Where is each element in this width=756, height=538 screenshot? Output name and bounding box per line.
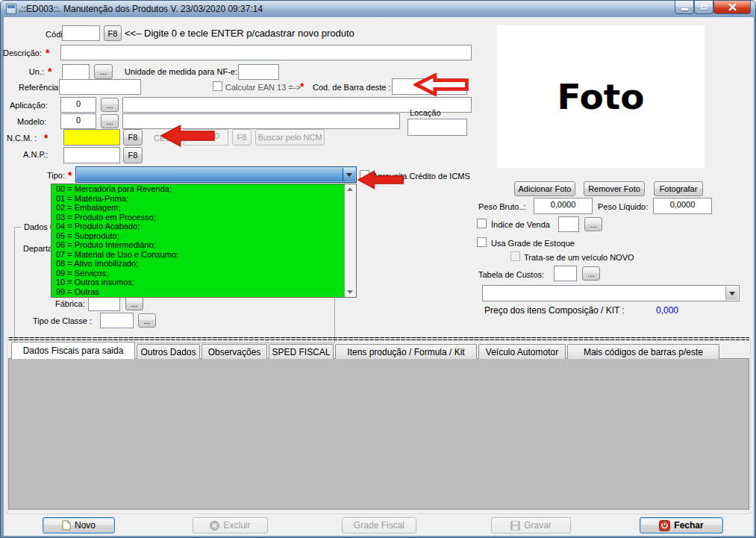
codigo-f8-button[interactable]: F8 bbox=[104, 25, 122, 41]
indice-venda-checkbox[interactable] bbox=[477, 219, 487, 228]
modelo-input[interactable]: 0 bbox=[60, 113, 96, 129]
anp-input[interactable] bbox=[63, 147, 120, 163]
fechar-button[interactable]: Fechar bbox=[640, 517, 723, 534]
novo-button[interactable]: Novo bbox=[43, 517, 115, 534]
maximize-icon bbox=[701, 4, 707, 10]
tab-veiculo-automotor[interactable]: Veículo Automotor bbox=[478, 344, 566, 359]
list-item[interactable]: 10 = Outros insumos; bbox=[51, 278, 356, 287]
tipo-dropdown[interactable] bbox=[75, 166, 357, 183]
indice-venda-label: Índice de Venda bbox=[491, 220, 550, 229]
chevron-down-icon bbox=[346, 173, 352, 177]
list-item[interactable]: 06 = Produto Intermediário; bbox=[51, 240, 356, 250]
minimize-button[interactable] bbox=[675, 1, 694, 14]
close-button[interactable] bbox=[713, 1, 751, 14]
tabela-custos-dropdown-button[interactable] bbox=[725, 287, 738, 300]
tab-itens-producao[interactable]: Itens produção / Formula / Kit bbox=[335, 344, 477, 359]
codigo-hint: <<– Digite 0 e tecle ENTER p/cadastrar n… bbox=[125, 28, 354, 39]
new-document-icon bbox=[62, 520, 71, 531]
tipo-options-list[interactable]: 00 = Mercadoria para Revenda; 01 = Matér… bbox=[51, 184, 357, 298]
novo-button-label: Novo bbox=[75, 520, 96, 531]
calcular-ean-label: Calcular EAN 13 =-> bbox=[225, 83, 301, 92]
indice-venda-input[interactable] bbox=[558, 216, 579, 232]
annotation-arrow-tipo-icon bbox=[357, 167, 404, 193]
cod-barra-required-marker: * bbox=[300, 82, 304, 91]
indice-venda-lookup-button[interactable]: ... bbox=[584, 217, 602, 231]
adicionar-foto-button[interactable]: Adicionar Foto bbox=[514, 181, 575, 196]
photo-placeholder-text: Foto bbox=[557, 76, 644, 117]
save-icon bbox=[510, 521, 520, 531]
list-item[interactable]: 05 = Subproduto; bbox=[51, 231, 356, 241]
ncm-f8-button[interactable]: F8 bbox=[123, 129, 143, 146]
cest-f8-button[interactable]: F8 bbox=[232, 129, 252, 146]
tabela-custos-input[interactable] bbox=[554, 266, 577, 281]
descricao-input[interactable] bbox=[60, 45, 472, 60]
usa-grade-checkbox[interactable] bbox=[477, 237, 487, 247]
veiculo-novo-checkbox[interactable] bbox=[510, 251, 520, 261]
un-input[interactable] bbox=[62, 64, 90, 80]
ncm-required-marker: * bbox=[44, 134, 48, 143]
tab-sped-fiscal[interactable]: SPED FISCAL bbox=[269, 344, 334, 359]
tab-mais-codigos[interactable]: Mais códigos de barras p/este bbox=[567, 344, 719, 359]
list-item[interactable]: 03 = Produto em Processo; bbox=[51, 213, 356, 222]
list-item[interactable]: 01 = Matéria-Prima; bbox=[51, 194, 356, 204]
scroll-down-icon bbox=[347, 290, 353, 294]
tab-dados-fiscais[interactable]: Dados Fiscais para saida bbox=[11, 342, 135, 359]
minimize-icon bbox=[681, 8, 688, 10]
peso-bruto-input[interactable]: 0,0000 bbox=[534, 198, 593, 214]
peso-liquido-input[interactable]: 0,0000 bbox=[653, 198, 712, 214]
tabela-custos-lookup-button[interactable]: ... bbox=[582, 266, 600, 281]
list-item[interactable]: 99 = Outras bbox=[51, 287, 356, 297]
list-item[interactable]: 00 = Mercadoria para Revenda; bbox=[51, 184, 356, 194]
descricao-required-marker: * bbox=[46, 49, 49, 57]
usa-grade-label: Usa Grade de Estoque bbox=[491, 239, 575, 248]
remover-foto-button[interactable]: Remover Foto bbox=[584, 181, 645, 196]
tab-observacoes[interactable]: Observações bbox=[202, 344, 267, 359]
list-item[interactable]: 04 = Produto Acabado; bbox=[51, 222, 356, 231]
tipo-required-marker: * bbox=[68, 171, 72, 180]
tipo-classe-lookup-button[interactable]: ... bbox=[138, 313, 156, 328]
close-icon bbox=[728, 3, 737, 11]
aplicacao-label: Aplicação: bbox=[10, 101, 48, 110]
ncm-label: N.C.M. : bbox=[7, 134, 37, 143]
fotografar-button[interactable]: Fotografar bbox=[654, 181, 703, 196]
unidade-nfe-label: Unidade de medida para NF-e: bbox=[125, 67, 237, 76]
tipo-dropdown-button[interactable] bbox=[343, 168, 355, 181]
referencia-input[interactable] bbox=[59, 79, 141, 95]
buscar-ncm-button[interactable]: Buscar pelo NCM bbox=[255, 129, 325, 146]
tab-outros-dados[interactable]: Outros Dados bbox=[137, 344, 200, 359]
veiculo-novo-label: Trata-se de um veículo NOVO bbox=[524, 253, 634, 262]
list-item[interactable]: 08 = Ativo Imobilizado; bbox=[51, 259, 356, 269]
un-required-marker: * bbox=[48, 67, 51, 76]
unidade-nfe-input[interactable] bbox=[238, 64, 279, 80]
fabrica-input[interactable] bbox=[88, 295, 120, 311]
ncm-input[interactable] bbox=[63, 129, 120, 146]
calcular-ean-checkbox[interactable] bbox=[213, 81, 222, 91]
title-bar[interactable]: .::ED003::. Manutenção dos Produtos V. 2… bbox=[1, 1, 755, 17]
un-lookup-button[interactable]: ... bbox=[94, 64, 113, 79]
tabela-custos-label: Tabela de Custos: bbox=[478, 270, 544, 279]
peso-liquido-label: Peso Líquido: bbox=[598, 202, 648, 211]
modelo-lookup-button[interactable]: ... bbox=[101, 114, 119, 128]
list-item[interactable]: 07 = Material de Uso e Consumo; bbox=[51, 250, 356, 260]
aplicacao-lookup-button[interactable]: ... bbox=[101, 98, 119, 112]
aplicacao-input[interactable]: 0 bbox=[60, 97, 96, 113]
tipo-classe-input[interactable] bbox=[100, 313, 134, 328]
fabrica-lookup-button[interactable]: ... bbox=[125, 296, 143, 310]
annotation-arrow-cest-icon bbox=[160, 123, 216, 148]
tipo-label: Tipo: bbox=[47, 171, 65, 180]
gravar-button[interactable]: Gravar bbox=[491, 517, 571, 534]
maximize-button[interactable] bbox=[694, 1, 713, 14]
locacao-input[interactable] bbox=[407, 119, 467, 136]
list-item[interactable]: 02 = Embalagem; bbox=[51, 203, 356, 213]
chevron-down-icon bbox=[729, 292, 735, 295]
codigo-input[interactable] bbox=[62, 25, 100, 41]
excluir-button[interactable]: Excluir bbox=[193, 517, 268, 534]
gravar-button-label: Gravar bbox=[524, 520, 552, 531]
tabela-custos-dropdown[interactable] bbox=[482, 285, 740, 301]
list-scrollbar[interactable] bbox=[344, 184, 356, 297]
app-icon bbox=[6, 4, 16, 14]
descricao-label: Descrição: bbox=[3, 49, 42, 57]
grade-fiscal-button[interactable]: Grade Fiscal bbox=[342, 517, 416, 534]
list-item[interactable]: 09 = Serviços; bbox=[51, 269, 356, 278]
anp-f8-button[interactable]: F8 bbox=[123, 147, 143, 163]
